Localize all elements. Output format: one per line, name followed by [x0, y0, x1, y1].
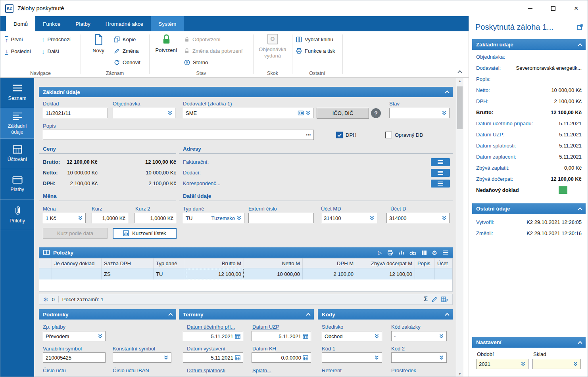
select-book-button[interactable]: Vybrat knihu: [294, 34, 335, 44]
konstantni-symbol-field[interactable]: [113, 352, 171, 363]
column-header[interactable]: Typ daně: [154, 258, 185, 268]
kurz2-field[interactable]: 1,0000 Kč: [134, 213, 176, 223]
column-header[interactable]: Netto M: [244, 258, 303, 268]
scroll-down-icon[interactable]: ▼: [456, 371, 463, 377]
kody-header[interactable]: Kódy: [318, 309, 453, 320]
dropdown-icon[interactable]: [167, 110, 173, 116]
ucet-md-field[interactable]: 314100: [321, 213, 377, 223]
cell-ucet[interactable]: [435, 268, 453, 279]
datum-splatnosti-label[interactable]: Datum splatnosti: [187, 367, 225, 373]
dropdown-icon[interactable]: [374, 355, 379, 360]
dropdown-icon[interactable]: [78, 215, 83, 221]
dph-checkbox[interactable]: DPH: [336, 132, 356, 138]
korespondencni-menu-button[interactable]: [431, 180, 450, 188]
maximize-button[interactable]: [542, 0, 565, 16]
grid-menu-icon[interactable]: [442, 250, 449, 255]
preview-icon[interactable]: ▷: [378, 250, 382, 255]
dropdown-icon[interactable]: [98, 333, 103, 339]
column-header[interactable]: Je daňový doklad: [52, 258, 102, 268]
column-header-empty[interactable]: [39, 258, 52, 268]
dropdown-icon[interactable]: [374, 333, 379, 339]
stav-field[interactable]: [389, 108, 450, 118]
datum-ucetniho-field[interactable]: 5.11.2021: [183, 331, 243, 341]
more-icon[interactable]: ⋯: [306, 132, 311, 138]
cell-typ-dane[interactable]: TU: [154, 268, 185, 279]
dropdown-icon[interactable]: [573, 361, 578, 367]
sum-icon[interactable]: Σ: [424, 296, 428, 302]
popis-field[interactable]: ⋯: [43, 130, 314, 140]
tab-hromadne-akce[interactable]: Hromadné akce: [98, 16, 151, 31]
last-button[interactable]: ↓ Poslední: [4, 46, 33, 56]
dropdown-icon[interactable]: [369, 215, 375, 221]
settings-icon[interactable]: ⚙: [432, 250, 437, 256]
help-button[interactable]: ?: [371, 108, 381, 118]
tab-domu[interactable]: Domů: [6, 16, 35, 31]
first-button[interactable]: ↑ První: [4, 34, 25, 44]
sklad-field[interactable]: [532, 359, 581, 369]
scrollbar-thumb[interactable]: [457, 86, 463, 129]
cell-je-danovy[interactable]: [52, 268, 102, 279]
expand-panel-icon[interactable]: [576, 24, 583, 32]
fakturacni-menu-button[interactable]: [431, 158, 450, 166]
collapse-section-icon[interactable]: [445, 90, 449, 95]
dropdown-icon[interactable]: [442, 110, 447, 116]
collapse-section-icon[interactable]: [578, 43, 582, 48]
datum-ucetniho-label[interactable]: Datum účetního pří...: [187, 324, 235, 330]
column-header[interactable]: Zbývá dočerpat M: [356, 258, 415, 268]
ico-dic-button[interactable]: IČO, DIČ: [317, 108, 369, 119]
sidebar-item-prilohy[interactable]: Přílohy: [0, 200, 34, 230]
tab-system[interactable]: Systém: [151, 16, 184, 31]
collapse-section-icon[interactable]: [578, 341, 582, 345]
cell-sazba-dph[interactable]: ZS: [102, 268, 154, 279]
new-button[interactable]: Nový: [86, 34, 111, 54]
cell-zbyva-docerpat-m[interactable]: 12 100,00: [356, 268, 415, 279]
kod2-field[interactable]: [391, 352, 447, 363]
tab-platby[interactable]: Platby: [68, 16, 98, 31]
cell-dph-m[interactable]: 2 100,00: [303, 268, 356, 279]
collapse-section-icon[interactable]: [306, 313, 310, 317]
podminky-header[interactable]: Podmínky: [39, 309, 176, 320]
kod1-field[interactable]: [322, 352, 382, 363]
datum-uzp-field[interactable]: 5.11.2021: [252, 331, 311, 341]
snowflake-icon[interactable]: ❄: [43, 297, 48, 302]
cell-popis[interactable]: [415, 268, 435, 279]
copy-button[interactable]: Kopie: [112, 34, 137, 44]
externi-cislo-field[interactable]: [248, 213, 314, 223]
calendar-icon[interactable]: [235, 355, 240, 360]
collapse-ribbon-icon[interactable]: [457, 70, 462, 75]
refresh-button[interactable]: Obnovit: [112, 57, 142, 67]
sidebar-item-zakladni-udaje[interactable]: Základní údaje: [0, 108, 34, 139]
previous-button[interactable]: ↑ Předchozí: [40, 34, 72, 44]
dropdown-icon[interactable]: [236, 215, 242, 221]
column-header[interactable]: Sazba DPH: [102, 258, 154, 268]
cell-brutto-m[interactable]: 12 100,00: [185, 268, 244, 279]
detail-section-nastaveni[interactable]: Nastavení: [472, 337, 586, 348]
tab-funkce[interactable]: Funkce: [35, 16, 68, 31]
splatnost-label[interactable]: Splatn...: [252, 367, 271, 373]
typ-dane-field[interactable]: TU Tuzemsko: [183, 213, 244, 223]
minimize-button[interactable]: [519, 0, 542, 16]
datum-kh-label[interactable]: Datum KH: [252, 346, 276, 352]
chart-icon[interactable]: [398, 250, 404, 255]
sidebar-item-seznam[interactable]: Seznam: [0, 78, 34, 108]
print-icon[interactable]: [387, 250, 393, 256]
scroll-up-icon[interactable]: ▲: [456, 78, 463, 84]
collapse-section-icon[interactable]: [445, 313, 449, 317]
section-header-zakladni-udaje[interactable]: Základní údaje: [39, 87, 453, 97]
collapse-section-icon[interactable]: [168, 313, 173, 317]
cell-netto-m[interactable]: 10 000,00: [244, 268, 303, 279]
obdobi-field[interactable]: 2021: [476, 359, 528, 369]
dodaci-menu-button[interactable]: [431, 169, 450, 177]
objednavka-field[interactable]: [113, 108, 175, 118]
edit-icon[interactable]: [431, 296, 438, 302]
variabilni-symbol-field[interactable]: 210005425: [43, 352, 106, 363]
stredisko-field[interactable]: Obchod: [322, 331, 382, 341]
datum-vystaveni-field[interactable]: 5.11.2021: [183, 352, 243, 363]
dropdown-icon[interactable]: [306, 110, 311, 116]
column-header[interactable]: Popis: [415, 258, 435, 268]
search-icon[interactable]: [409, 250, 416, 255]
next-button[interactable]: ↓ Další: [40, 46, 61, 56]
datum-vystaveni-label[interactable]: Datum vystavení: [187, 346, 225, 352]
change-button[interactable]: Změna: [112, 46, 140, 56]
columns-icon[interactable]: [421, 250, 427, 255]
